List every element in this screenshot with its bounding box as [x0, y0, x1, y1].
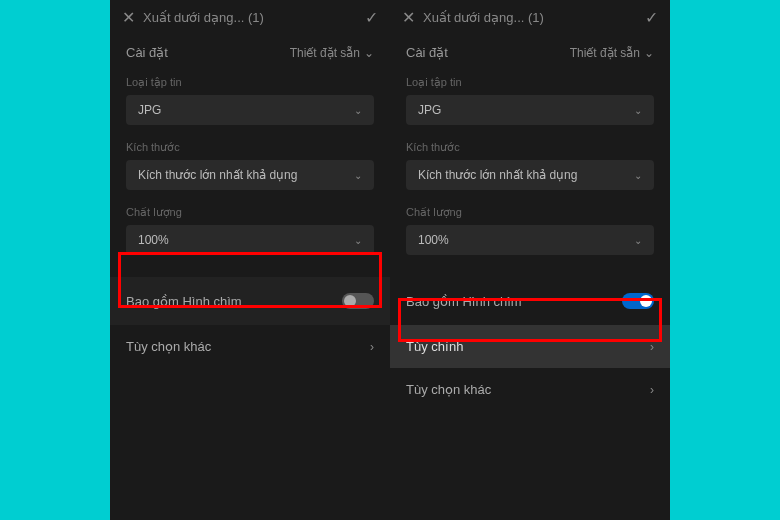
- preset-button[interactable]: Thiết đặt sẵn ⌄: [570, 46, 654, 60]
- chevron-down-icon: ⌄: [364, 46, 374, 60]
- other-options-row[interactable]: Tùy chọn khác ›: [390, 368, 670, 411]
- chevron-down-icon: ⌄: [354, 235, 362, 246]
- preset-button[interactable]: Thiết đặt sẵn ⌄: [290, 46, 374, 60]
- close-icon[interactable]: ✕: [402, 8, 415, 27]
- quality-group: Chất lượng 100% ⌄: [390, 200, 670, 265]
- panel-header: ✕ Xuất dưới dạng... (1) ✓: [110, 0, 390, 35]
- close-icon[interactable]: ✕: [122, 8, 135, 27]
- chevron-down-icon: ⌄: [354, 105, 362, 116]
- check-icon[interactable]: ✓: [645, 8, 658, 27]
- quality-select[interactable]: 100% ⌄: [126, 225, 374, 255]
- other-options-row[interactable]: Tùy chọn khác ›: [110, 325, 390, 368]
- file-type-group: Loại tập tin JPG ⌄: [390, 70, 670, 135]
- chevron-right-icon: ›: [370, 340, 374, 354]
- size-select[interactable]: Kích thước lớn nhất khả dụng ⌄: [126, 160, 374, 190]
- file-type-label: Loại tập tin: [406, 76, 654, 89]
- customize-label: Tùy chỉnh: [406, 339, 463, 354]
- settings-label: Cài đặt: [126, 45, 168, 60]
- watermark-row: Bao gồm Hình chìm: [390, 277, 670, 325]
- watermark-label: Bao gồm Hình chìm: [406, 294, 522, 309]
- watermark-toggle[interactable]: [622, 293, 654, 309]
- check-icon[interactable]: ✓: [365, 8, 378, 27]
- size-select[interactable]: Kích thước lớn nhất khả dụng ⌄: [406, 160, 654, 190]
- settings-header: Cài đặt Thiết đặt sẵn ⌄: [110, 35, 390, 70]
- watermark-toggle[interactable]: [342, 293, 374, 309]
- size-label: Kích thước: [126, 141, 374, 154]
- file-type-group: Loại tập tin JPG ⌄: [110, 70, 390, 135]
- file-type-value: JPG: [138, 103, 161, 117]
- chevron-down-icon: ⌄: [634, 105, 642, 116]
- size-value: Kích thước lớn nhất khả dụng: [418, 168, 577, 182]
- quality-select[interactable]: 100% ⌄: [406, 225, 654, 255]
- customize-row[interactable]: Tùy chỉnh ›: [390, 325, 670, 368]
- quality-value: 100%: [138, 233, 169, 247]
- watermark-label: Bao gồm Hình chìm: [126, 294, 242, 309]
- size-group: Kích thước Kích thước lớn nhất khả dụng …: [110, 135, 390, 200]
- other-options-label: Tùy chọn khác: [126, 339, 211, 354]
- panel-title: Xuất dưới dạng... (1): [143, 10, 264, 25]
- settings-label: Cài đặt: [406, 45, 448, 60]
- chevron-right-icon: ›: [650, 383, 654, 397]
- panel-title: Xuất dưới dạng... (1): [423, 10, 544, 25]
- preset-label: Thiết đặt sẵn: [570, 46, 640, 60]
- right-panel: ✕ Xuất dưới dạng... (1) ✓ Cài đặt Thiết …: [390, 0, 670, 520]
- file-type-select[interactable]: JPG ⌄: [126, 95, 374, 125]
- quality-group: Chất lượng 100% ⌄: [110, 200, 390, 265]
- file-type-value: JPG: [418, 103, 441, 117]
- chevron-down-icon: ⌄: [634, 235, 642, 246]
- size-label: Kích thước: [406, 141, 654, 154]
- quality-label: Chất lượng: [126, 206, 374, 219]
- quality-value: 100%: [418, 233, 449, 247]
- left-panel: ✕ Xuất dưới dạng... (1) ✓ Cài đặt Thiết …: [110, 0, 390, 520]
- chevron-right-icon: ›: [650, 340, 654, 354]
- file-type-select[interactable]: JPG ⌄: [406, 95, 654, 125]
- size-value: Kích thước lớn nhất khả dụng: [138, 168, 297, 182]
- toggle-knob: [640, 295, 652, 307]
- other-options-label: Tùy chọn khác: [406, 382, 491, 397]
- preset-label: Thiết đặt sẵn: [290, 46, 360, 60]
- watermark-row: Bao gồm Hình chìm: [110, 277, 390, 325]
- chevron-down-icon: ⌄: [644, 46, 654, 60]
- chevron-down-icon: ⌄: [354, 170, 362, 181]
- file-type-label: Loại tập tin: [126, 76, 374, 89]
- quality-label: Chất lượng: [406, 206, 654, 219]
- chevron-down-icon: ⌄: [634, 170, 642, 181]
- toggle-knob: [344, 295, 356, 307]
- panel-header: ✕ Xuất dưới dạng... (1) ✓: [390, 0, 670, 35]
- settings-header: Cài đặt Thiết đặt sẵn ⌄: [390, 35, 670, 70]
- size-group: Kích thước Kích thước lớn nhất khả dụng …: [390, 135, 670, 200]
